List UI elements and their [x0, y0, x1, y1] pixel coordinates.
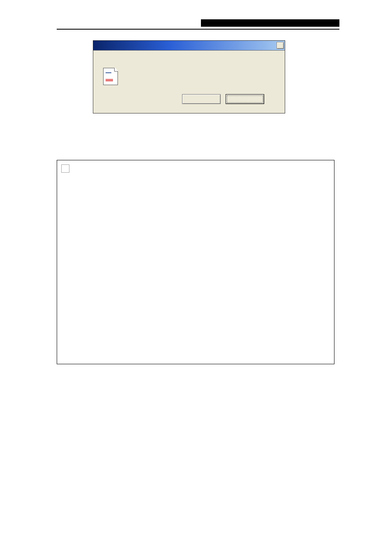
broken-image-icon	[61, 164, 69, 173]
header-black-bar	[201, 19, 339, 27]
dialog-buttons	[103, 94, 275, 104]
save-button[interactable]	[182, 94, 221, 104]
dialog-titlebar	[93, 41, 285, 51]
header-rule	[57, 29, 339, 30]
file-icon	[103, 68, 118, 85]
cancel-button[interactable]	[226, 94, 264, 104]
file-download-dialog	[93, 40, 285, 113]
dialog-content-row	[103, 68, 275, 85]
page	[0, 0, 392, 21]
figure-placeholder	[57, 160, 334, 364]
dialog-body	[93, 51, 285, 113]
close-button[interactable]	[277, 42, 284, 49]
